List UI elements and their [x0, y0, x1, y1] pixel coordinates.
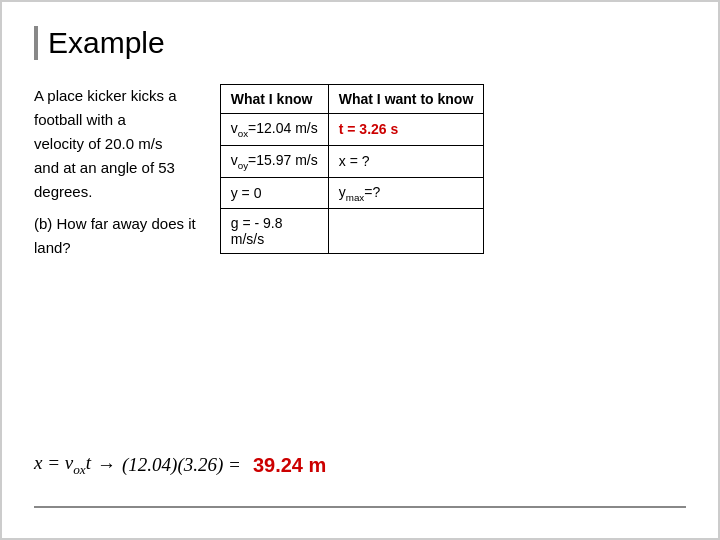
slide-title: Example [34, 26, 686, 60]
col1-header: What I know [220, 85, 328, 114]
info-table: What I know What I want to know vox=12.0… [220, 84, 485, 254]
table-row: y = 0 ymax=? [220, 177, 484, 209]
arrow-icon: → [97, 454, 116, 476]
table-row: g = - 9.8m/s/s [220, 209, 484, 254]
table-cell-highlight: t = 3.26 s [328, 114, 484, 146]
table-cell: x = ? [328, 145, 484, 177]
formula-lhs: x = voxt [34, 452, 91, 478]
problem-line1: A place kicker kicks a football with a v… [34, 84, 196, 204]
table-cell [328, 209, 484, 254]
content-area: A place kicker kicks a football with a v… [34, 84, 686, 268]
slide: Example A place kicker kicks a football … [0, 0, 720, 540]
table-cell: g = - 9.8m/s/s [220, 209, 328, 254]
table-cell: voy=15.97 m/s [220, 145, 328, 177]
bottom-divider [34, 506, 686, 508]
problem-text: A place kicker kicks a football with a v… [34, 84, 196, 268]
table-cell: vox=12.04 m/s [220, 114, 328, 146]
table-cell: ymax=? [328, 177, 484, 209]
problem-line2: (b) How far away does it land? [34, 212, 196, 260]
table-row: voy=15.97 m/s x = ? [220, 145, 484, 177]
formula-rhs: (12.04)(3.26) = [122, 454, 241, 476]
formula-expression: x = voxt → (12.04)(3.26) = [34, 452, 241, 478]
col2-header: What I want to know [328, 85, 484, 114]
formula-area: x = voxt → (12.04)(3.26) = 39.24 m [34, 452, 686, 478]
table-cell: y = 0 [220, 177, 328, 209]
table-row: vox=12.04 m/s t = 3.26 s [220, 114, 484, 146]
formula-result: 39.24 m [253, 454, 326, 477]
